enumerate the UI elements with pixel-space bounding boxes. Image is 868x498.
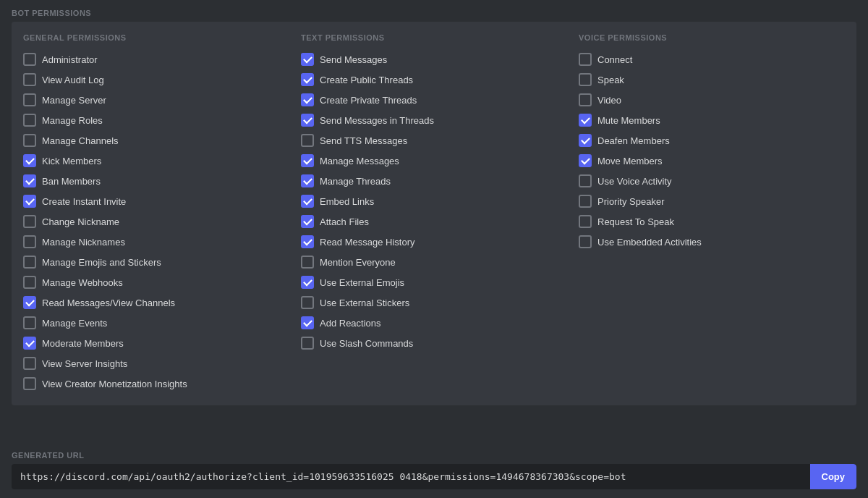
perm-item[interactable]: Use External Emojis: [301, 272, 567, 292]
perm-item[interactable]: View Creator Monetization Insights: [23, 374, 289, 394]
perm-item[interactable]: Change Nickname: [23, 211, 289, 232]
checkbox[interactable]: [23, 316, 36, 329]
perm-item[interactable]: Move Members: [579, 151, 845, 171]
perm-item[interactable]: Attach Files: [301, 211, 567, 232]
perm-item[interactable]: Create Public Threads: [301, 69, 567, 90]
checkbox[interactable]: [23, 215, 36, 228]
checkbox[interactable]: [23, 276, 36, 289]
checkbox[interactable]: [301, 53, 314, 66]
checkbox[interactable]: [301, 93, 314, 106]
perm-item[interactable]: Connect: [579, 49, 845, 69]
checkbox[interactable]: [579, 235, 592, 248]
checkbox[interactable]: [579, 154, 592, 167]
perm-item[interactable]: Kick Members: [23, 151, 289, 171]
perm-item[interactable]: Deafen Members: [579, 130, 845, 151]
checkbox[interactable]: [23, 174, 36, 187]
perm-label: Speak: [597, 75, 624, 85]
text-permissions-column: TEXT PERMISSIONS Send MessagesCreate Pub…: [301, 33, 567, 394]
perm-item[interactable]: Video: [579, 90, 845, 110]
checkbox[interactable]: [301, 337, 314, 350]
checkbox[interactable]: [23, 256, 36, 269]
checkbox[interactable]: [23, 134, 36, 147]
perm-label: Manage Roles: [42, 115, 103, 126]
checkbox[interactable]: [301, 256, 314, 269]
url-section: GENERATED URL Copy: [0, 444, 868, 498]
checkbox[interactable]: [579, 114, 592, 127]
checkbox[interactable]: [23, 235, 36, 248]
checkbox[interactable]: [579, 195, 592, 208]
perm-label: Manage Threads: [320, 176, 391, 187]
perm-item[interactable]: Send Messages: [301, 49, 567, 69]
perm-item[interactable]: View Server Insights: [23, 353, 289, 374]
perm-label: Moderate Members: [42, 338, 124, 349]
perm-item[interactable]: Manage Events: [23, 313, 289, 333]
perm-item[interactable]: Manage Server: [23, 90, 289, 110]
perm-item[interactable]: Manage Emojis and Stickers: [23, 252, 289, 272]
perm-label: Mute Members: [597, 115, 660, 126]
checkbox[interactable]: [301, 174, 314, 187]
perm-item[interactable]: Speak: [579, 69, 845, 90]
perm-item[interactable]: Manage Threads: [301, 171, 567, 191]
perm-item[interactable]: Use Voice Activity: [579, 171, 845, 191]
checkbox[interactable]: [23, 357, 36, 370]
checkbox[interactable]: [301, 73, 314, 86]
perm-item[interactable]: Administrator: [23, 49, 289, 69]
perm-item[interactable]: Embed Links: [301, 191, 567, 211]
perm-item[interactable]: Priority Speaker: [579, 191, 845, 211]
checkbox[interactable]: [23, 73, 36, 86]
perm-item[interactable]: Mute Members: [579, 110, 845, 130]
perm-label: Manage Emojis and Stickers: [42, 257, 161, 268]
checkbox[interactable]: [23, 114, 36, 127]
checkbox[interactable]: [23, 53, 36, 66]
perm-item[interactable]: Create Instant Invite: [23, 191, 289, 211]
checkbox[interactable]: [23, 195, 36, 208]
perm-item[interactable]: View Audit Log: [23, 69, 289, 90]
checkbox[interactable]: [301, 215, 314, 228]
perm-item[interactable]: Use Embedded Activities: [579, 232, 845, 252]
perm-label: Priority Speaker: [597, 196, 664, 207]
checkbox[interactable]: [579, 53, 592, 66]
perm-item[interactable]: Moderate Members: [23, 333, 289, 353]
perm-item[interactable]: Manage Roles: [23, 110, 289, 130]
checkbox[interactable]: [579, 134, 592, 147]
checkbox[interactable]: [23, 296, 36, 309]
perm-item[interactable]: Send Messages in Threads: [301, 110, 567, 130]
perm-item[interactable]: Manage Nicknames: [23, 232, 289, 252]
checkbox[interactable]: [301, 316, 314, 329]
perm-item[interactable]: Use External Stickers: [301, 292, 567, 313]
checkbox[interactable]: [301, 195, 314, 208]
perm-item[interactable]: Ban Members: [23, 171, 289, 191]
checkbox[interactable]: [23, 377, 36, 390]
perm-item[interactable]: Mention Everyone: [301, 252, 567, 272]
checkbox[interactable]: [301, 276, 314, 289]
checkbox[interactable]: [23, 154, 36, 167]
perm-label: Use Voice Activity: [597, 176, 672, 187]
checkbox[interactable]: [301, 296, 314, 309]
perm-item[interactable]: Send TTS Messages: [301, 130, 567, 151]
perm-item[interactable]: Use Slash Commands: [301, 333, 567, 353]
perm-label: Kick Members: [42, 156, 101, 166]
voice-permissions-list: ConnectSpeakVideoMute MembersDeafen Memb…: [579, 49, 845, 252]
perm-item[interactable]: Add Reactions: [301, 313, 567, 333]
checkbox[interactable]: [23, 93, 36, 106]
perm-item[interactable]: Manage Channels: [23, 130, 289, 151]
checkbox[interactable]: [301, 154, 314, 167]
perm-item[interactable]: Read Messages/View Channels: [23, 292, 289, 313]
copy-button[interactable]: Copy: [810, 464, 857, 489]
perm-item[interactable]: Manage Messages: [301, 151, 567, 171]
perm-label: Attach Files: [320, 216, 369, 227]
perm-item[interactable]: Create Private Threads: [301, 90, 567, 110]
perm-item[interactable]: Read Message History: [301, 232, 567, 252]
checkbox[interactable]: [23, 337, 36, 350]
checkbox[interactable]: [579, 215, 592, 228]
checkbox[interactable]: [579, 174, 592, 187]
generated-url-input[interactable]: [12, 464, 810, 489]
perm-label: Administrator: [42, 54, 98, 65]
checkbox[interactable]: [301, 235, 314, 248]
checkbox[interactable]: [579, 73, 592, 86]
checkbox[interactable]: [301, 134, 314, 147]
checkbox[interactable]: [301, 114, 314, 127]
checkbox[interactable]: [579, 93, 592, 106]
perm-item[interactable]: Manage Webhooks: [23, 272, 289, 292]
perm-item[interactable]: Request To Speak: [579, 211, 845, 232]
